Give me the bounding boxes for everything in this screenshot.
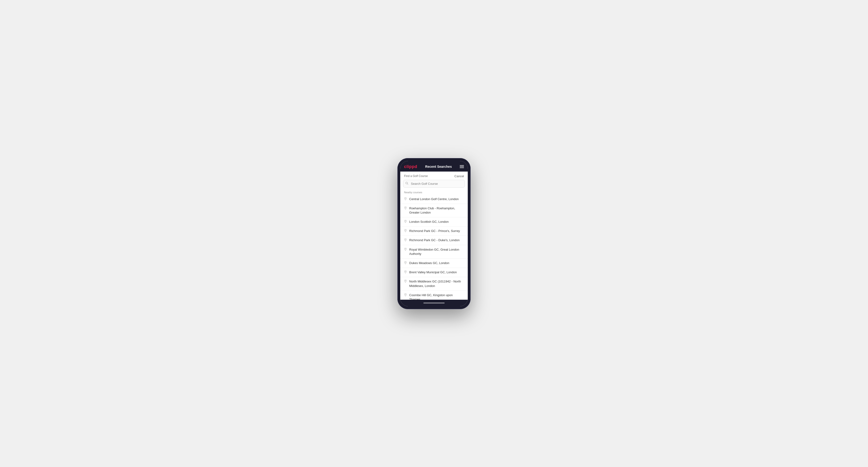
course-list-item[interactable]: Coombe Hill GC, Kingston upon Thames (400, 291, 468, 300)
svg-point-4 (405, 221, 406, 221)
find-label: Find a Golf Course (404, 175, 428, 178)
svg-point-8 (405, 262, 406, 262)
course-name: Coombe Hill GC, Kingston upon Thames (409, 293, 464, 300)
course-list-item[interactable]: Roehampton Club - Roehampton, Greater Lo… (400, 204, 468, 217)
svg-point-6 (405, 239, 406, 240)
svg-point-9 (405, 271, 406, 272)
top-nav-bar: clippd Recent Searches (400, 161, 468, 172)
hamburger-icon (460, 165, 464, 166)
course-name: Roehampton Club - Roehampton, Greater Lo… (409, 206, 464, 215)
course-name: London Scottish GC, London (409, 220, 448, 224)
home-indicator (400, 300, 468, 306)
menu-button[interactable] (460, 165, 464, 168)
svg-point-3 (405, 207, 406, 208)
svg-point-2 (405, 198, 406, 198)
location-pin-icon (404, 229, 407, 233)
location-pin-icon (404, 293, 407, 297)
svg-point-10 (405, 280, 406, 281)
svg-point-7 (405, 248, 406, 249)
content-area: Find a Golf Course Cancel Nearby courses (400, 172, 468, 300)
nav-title: Recent Searches (425, 165, 452, 168)
search-bar-container (403, 180, 465, 188)
course-list-item[interactable]: North Middlesex GC (1011942 - North Midd… (400, 277, 468, 290)
location-pin-icon (404, 197, 407, 201)
course-name: Central London Golf Centre, London (409, 197, 459, 201)
location-pin-icon (404, 220, 407, 224)
location-pin-icon (404, 271, 407, 275)
course-list-item[interactable]: Dukes Meadows GC, London (400, 259, 468, 268)
course-name: Richmond Park GC - Prince's, Surrey (409, 229, 460, 233)
search-header: Find a Golf Course Cancel (400, 172, 468, 180)
svg-point-0 (406, 182, 408, 184)
hamburger-icon (460, 166, 464, 167)
phone-screen: clippd Recent Searches Find a Golf Cours… (400, 161, 468, 306)
course-list-item[interactable]: Richmond Park GC - Duke's, London (400, 236, 468, 245)
svg-point-5 (405, 230, 406, 230)
course-name: Royal Wimbledon GC, Great London Authori… (409, 248, 464, 256)
course-list-item[interactable]: London Scottish GC, London (400, 217, 468, 226)
location-pin-icon (404, 248, 407, 252)
nearby-section-label: Nearby courses (400, 189, 468, 195)
home-bar (423, 303, 445, 304)
search-icon (405, 182, 408, 185)
course-name: Dukes Meadows GC, London (409, 261, 450, 265)
course-list-item[interactable]: Richmond Park GC - Prince's, Surrey (400, 226, 468, 236)
svg-point-11 (405, 294, 406, 294)
course-list-item[interactable]: Central London Golf Centre, London (400, 195, 468, 204)
course-list-item[interactable]: Royal Wimbledon GC, Great London Authori… (400, 245, 468, 259)
location-pin-icon (404, 280, 407, 284)
phone-frame: clippd Recent Searches Find a Golf Cours… (397, 158, 471, 309)
hamburger-icon (460, 167, 464, 168)
location-pin-icon (404, 238, 407, 242)
search-input[interactable] (403, 180, 465, 188)
svg-line-1 (408, 184, 408, 185)
location-pin-icon (404, 207, 407, 211)
course-name: Brent Valley Municipal GC, London (409, 270, 457, 275)
cancel-button[interactable]: Cancel (455, 175, 464, 178)
location-pin-icon (404, 261, 407, 265)
course-name: Richmond Park GC - Duke's, London (409, 238, 460, 242)
app-logo: clippd (404, 164, 417, 169)
course-list: Central London Golf Centre, London Roeha… (400, 195, 468, 300)
course-name: North Middlesex GC (1011942 - North Midd… (409, 279, 464, 288)
course-list-item[interactable]: Brent Valley Municipal GC, London (400, 268, 468, 277)
